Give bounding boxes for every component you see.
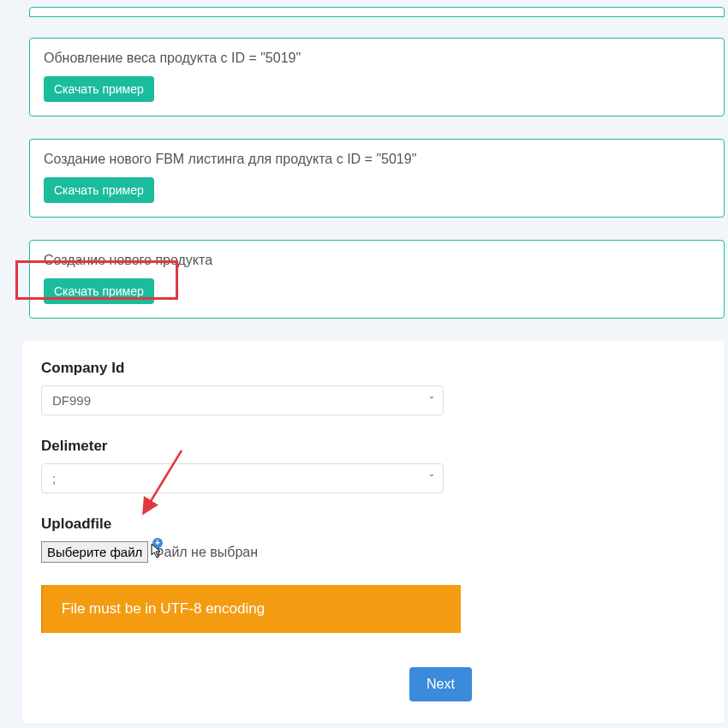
choose-file-button[interactable]: Выберите файл: [41, 541, 148, 563]
download-example-button[interactable]: Скачать пример: [44, 177, 154, 203]
example-box-update-weight: Обновление веса продукта с ID = "5019" С…: [29, 38, 725, 116]
company-id-label: Company Id: [41, 360, 706, 377]
upload-row: Выберите файл Файл не выбран +: [41, 541, 706, 563]
upload-form-panel: Company Id DF999 ˇ Delimeter ; ˇ Uploadf…: [22, 341, 725, 724]
example-title: Создание нового продукта: [44, 253, 710, 268]
no-file-text: Файл не выбран: [153, 545, 258, 560]
next-button[interactable]: Next: [409, 667, 472, 701]
company-id-select[interactable]: DF999: [41, 385, 444, 415]
delimiter-label: Delimeter: [41, 438, 706, 455]
example-box-new-product: Создание нового продукта Скачать пример: [29, 240, 725, 319]
company-id-select-wrap: DF999 ˇ: [41, 385, 444, 415]
download-example-button[interactable]: Скачать пример: [44, 76, 154, 102]
next-button-row: Next: [41, 667, 706, 701]
uploadfile-label: Uploadfile: [41, 516, 706, 533]
delimiter-select[interactable]: ;: [41, 463, 444, 493]
download-example-button[interactable]: Скачать пример: [44, 278, 154, 304]
example-title: Создание нового FBM листинга для продукт…: [44, 152, 710, 167]
delimiter-select-wrap: ; ˇ: [41, 463, 444, 493]
example-box-new-fbm: Создание нового FBM листинга для продукт…: [29, 139, 725, 218]
example-title: Обновление веса продукта с ID = "5019": [44, 51, 710, 66]
encoding-warning-banner: File must be in UTF-8 encoding: [41, 585, 461, 633]
top-panel-fragment: [29, 7, 725, 17]
